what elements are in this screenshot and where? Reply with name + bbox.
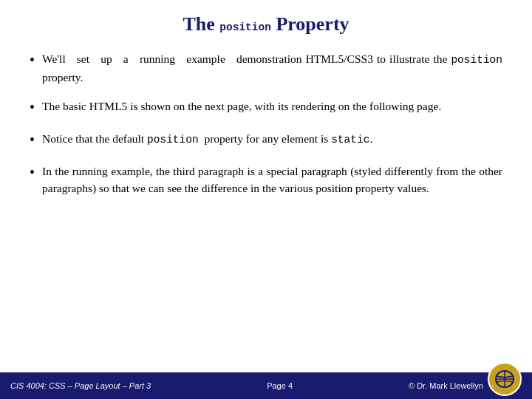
logo-icon xyxy=(488,362,522,396)
footer-logo xyxy=(488,362,525,399)
bullet-text: The basic HTML5 is shown on the next pag… xyxy=(42,98,502,115)
slide-body: The position Property • We'll set up a r… xyxy=(0,0,532,372)
bullet-list: • We'll set up a running example demonst… xyxy=(30,50,502,197)
slide-title: The position Property xyxy=(30,13,502,35)
bullet-dot: • xyxy=(30,96,35,118)
list-item: • We'll set up a running example demonst… xyxy=(30,50,502,86)
bullet-text: We'll set up a running example demonstra… xyxy=(42,50,502,86)
bullet-dot: • xyxy=(30,161,35,183)
list-item: • Notice that the default position prope… xyxy=(30,130,502,151)
inline-code: position xyxy=(147,134,199,146)
list-item: • In the running example, the third para… xyxy=(30,163,502,197)
slide-footer: CIS 4004: CSS – Page Layout – Part 3 Pag… xyxy=(0,372,532,399)
bullet-text: In the running example, the third paragr… xyxy=(42,163,502,197)
footer-page: Page 4 xyxy=(267,381,293,390)
bullet-text: Notice that the default position propert… xyxy=(42,130,502,149)
slide: The position Property • We'll set up a r… xyxy=(0,0,532,399)
inline-code: position xyxy=(451,54,502,66)
title-mono: position xyxy=(219,21,271,33)
list-item: • The basic HTML5 is shown on the next p… xyxy=(30,98,502,118)
bullet-dot: • xyxy=(30,49,35,71)
inline-code: static xyxy=(331,134,369,146)
footer-course: CIS 4004: CSS – Page Layout – Part 3 xyxy=(10,381,151,390)
bullet-dot: • xyxy=(30,129,35,151)
footer-copyright: © Dr. Mark Llewellyn xyxy=(409,381,483,390)
